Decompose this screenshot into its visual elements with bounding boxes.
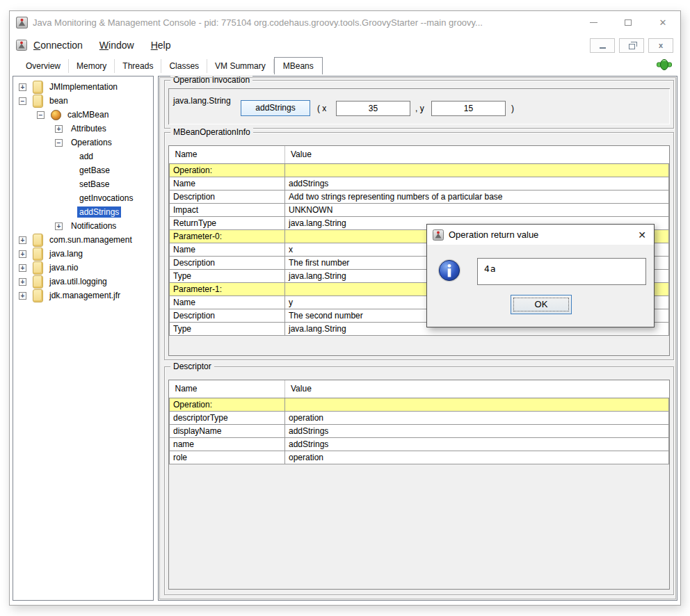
tree-item-label: addStrings bbox=[77, 206, 121, 218]
tree-item-label: jdk.management.jfr bbox=[47, 290, 122, 301]
cell-name: displayName bbox=[170, 424, 285, 437]
bean-icon bbox=[51, 110, 61, 120]
column-header-name: Name bbox=[170, 146, 285, 163]
tab-classes[interactable]: Classes bbox=[161, 59, 207, 73]
expand-icon[interactable]: + bbox=[19, 83, 26, 91]
tree-item-jmimplementation[interactable]: +JMImplementation bbox=[13, 80, 153, 94]
mbean-tree: +JMImplementation−bean−calcMBean+Attribu… bbox=[13, 76, 154, 601]
inner-minimize-icon[interactable] bbox=[590, 38, 615, 53]
tree-item-label: setBase bbox=[77, 179, 111, 190]
minimize-icon[interactable] bbox=[576, 11, 611, 34]
param-x-input[interactable]: 35 bbox=[336, 101, 410, 116]
folder-icon bbox=[33, 261, 43, 275]
mbeans-view: +JMImplementation−bean−calcMBean+Attribu… bbox=[10, 75, 680, 602]
cell-name: Name bbox=[170, 295, 285, 309]
tree-item-label: Notifications bbox=[69, 220, 118, 232]
menu-help[interactable]: Help bbox=[151, 40, 171, 51]
menu-bar: ConnectionWindowHelp x bbox=[10, 34, 680, 56]
cell-name: descriptorType bbox=[170, 411, 285, 424]
collapse-icon[interactable]: − bbox=[37, 111, 45, 119]
table-row[interactable]: roleoperation bbox=[170, 451, 669, 464]
addstrings-invoke-button[interactable]: addStrings bbox=[241, 100, 310, 116]
menu-items: ConnectionWindowHelp bbox=[33, 40, 187, 51]
cell-name: Name bbox=[170, 177, 285, 190]
tree-item-label: Operations bbox=[69, 137, 114, 148]
paren-open-label: ( x bbox=[317, 104, 326, 113]
table-header-row: NameValue bbox=[170, 146, 669, 163]
table-row[interactable]: ImpactUNKNOWN bbox=[170, 203, 669, 216]
tree-item-calcmbean[interactable]: −calcMBean bbox=[13, 108, 153, 122]
table-row[interactable]: Operation: bbox=[170, 163, 669, 177]
tree-item-addstrings[interactable]: addStrings bbox=[13, 205, 153, 219]
tree-item-label: getBase bbox=[77, 165, 112, 176]
tree-item-attributes[interactable]: +Attributes bbox=[13, 122, 153, 136]
menu-connection[interactable]: Connection bbox=[33, 40, 83, 51]
connection-status-icon bbox=[657, 58, 672, 72]
table-row[interactable]: nameaddStrings bbox=[170, 437, 669, 451]
param-y-input[interactable]: 15 bbox=[431, 101, 506, 116]
tree-item-label: add bbox=[77, 151, 95, 162]
jconsole-app-icon-dialog bbox=[433, 229, 444, 241]
tree-item-bean[interactable]: −bean bbox=[13, 94, 153, 108]
tree-item-java-util-logging[interactable]: +java.util.logging bbox=[13, 275, 153, 289]
tree-item-label: bean bbox=[47, 95, 70, 106]
inner-close-icon[interactable]: x bbox=[648, 38, 673, 53]
menu-window[interactable]: Window bbox=[99, 40, 134, 51]
expand-icon[interactable]: + bbox=[55, 125, 63, 133]
tree-item-java-lang[interactable]: +java.lang bbox=[13, 247, 153, 261]
tab-overview[interactable]: Overview bbox=[18, 59, 69, 73]
tree-item-com-sun-management[interactable]: +com.sun.management bbox=[13, 233, 153, 247]
dialog-close-icon[interactable]: ✕ bbox=[630, 225, 654, 245]
column-header-value: Value bbox=[285, 380, 669, 398]
return-value-field[interactable]: 4a bbox=[477, 258, 646, 285]
expand-icon[interactable]: + bbox=[19, 278, 26, 286]
ok-button[interactable]: OK bbox=[511, 295, 572, 314]
tab-vm-summary[interactable]: VM Summary bbox=[207, 59, 274, 73]
window-title: Java Monitoring & Management Console - p… bbox=[33, 17, 576, 28]
folder-icon bbox=[33, 95, 43, 108]
comma-label: , y bbox=[415, 104, 424, 113]
tree-item-operations[interactable]: −Operations bbox=[13, 136, 153, 149]
operation-return-value-dialog: Operation return value ✕ 4a OK bbox=[426, 224, 655, 327]
folder-icon bbox=[33, 81, 43, 94]
collapse-icon[interactable]: − bbox=[55, 139, 63, 147]
jconsole-app-icon bbox=[16, 17, 28, 29]
tree-item-label: getInvocations bbox=[77, 193, 135, 204]
table-row[interactable]: displayNameaddStrings bbox=[170, 424, 669, 437]
tree-item-label: com.sun.management bbox=[47, 234, 134, 245]
tree-item-notifications[interactable]: +Notifications bbox=[13, 219, 153, 233]
table-row[interactable]: descriptorTypeoperation bbox=[170, 411, 669, 424]
table-row[interactable]: Operation: bbox=[170, 398, 669, 411]
tree-item-java-nio[interactable]: +java.nio bbox=[13, 261, 153, 275]
expand-icon[interactable]: + bbox=[55, 222, 63, 230]
tree-item-add[interactable]: add bbox=[13, 149, 153, 163]
group-title: Descriptor bbox=[170, 362, 214, 371]
inner-restore-icon[interactable] bbox=[619, 38, 644, 53]
maximize-icon[interactable] bbox=[611, 11, 645, 34]
tab-bar: OverviewMemoryThreadsClassesVM SummaryMB… bbox=[10, 56, 680, 74]
cell-name: Type bbox=[170, 269, 285, 282]
tree-item-setbase[interactable]: setBase bbox=[13, 177, 153, 191]
collapse-icon[interactable]: − bbox=[19, 97, 26, 105]
cell-value: addStrings bbox=[285, 437, 669, 451]
table-row[interactable]: DescriptionAdd two strings representing … bbox=[170, 190, 669, 203]
cell-name: Operation: bbox=[170, 163, 285, 177]
expand-icon[interactable]: + bbox=[19, 264, 26, 272]
tree-item-getbase[interactable]: getBase bbox=[13, 163, 153, 177]
expand-icon[interactable]: + bbox=[19, 292, 26, 300]
jconsole-app-icon-small bbox=[16, 40, 27, 51]
tree-item-getinvocations[interactable]: getInvocations bbox=[13, 191, 153, 205]
tab-threads[interactable]: Threads bbox=[115, 59, 161, 73]
descriptor-group: Descriptor NameValueOperation:descriptor… bbox=[164, 366, 674, 595]
cell-name: Description bbox=[170, 256, 285, 269]
close-icon[interactable]: ✕ bbox=[645, 11, 680, 34]
cell-name: Parameter-0: bbox=[170, 229, 285, 243]
tree-item-jdk-management-jfr[interactable]: +jdk.management.jfr bbox=[13, 289, 153, 302]
tree-item-label: java.nio bbox=[47, 262, 80, 273]
table-row[interactable]: NameaddStrings bbox=[170, 177, 669, 190]
tab-mbeans[interactable]: MBeans bbox=[274, 57, 323, 74]
tab-memory[interactable]: Memory bbox=[69, 59, 115, 73]
expand-icon[interactable]: + bbox=[19, 250, 26, 258]
expand-icon[interactable]: + bbox=[19, 236, 26, 244]
dialog-title-bar: Operation return value ✕ bbox=[427, 225, 654, 245]
